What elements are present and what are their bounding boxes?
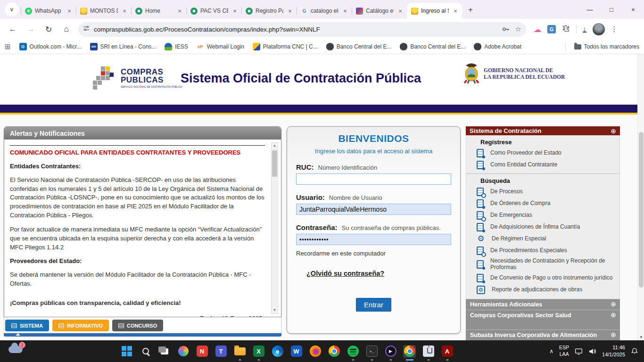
expand-icon[interactable]: ⊕	[611, 127, 616, 135]
tab-close-icon[interactable]: ×	[231, 7, 239, 15]
translate-extension-icon[interactable]: G	[547, 25, 556, 33]
ruc-input[interactable]	[296, 173, 451, 185]
sidebar-header-sistema-contratacion[interactable]: Sistema de Contratación ⊕	[466, 126, 620, 135]
profile-avatar[interactable]	[593, 23, 605, 35]
alerts-scrollbar[interactable]: ▲ ▼	[271, 142, 278, 314]
tab-whatsapp[interactable]: ✆ WhatsApp ×	[21, 3, 76, 19]
extensions-puzzle-icon[interactable]	[562, 25, 570, 34]
task-view-button[interactable]	[158, 345, 171, 358]
back-button[interactable]: ←	[5, 22, 20, 37]
sidebar-item-reporte-obras[interactable]: ⚙Reporte de adjudicaciones de obras	[466, 284, 619, 296]
contrasena-input[interactable]	[296, 234, 451, 245]
accordion-herramientas[interactable]: Herramientas Adicionales⊕	[466, 299, 620, 310]
word-app[interactable]: W	[290, 345, 303, 358]
minimize-button[interactable]: —	[579, 0, 601, 19]
notification-bell-icon[interactable]	[631, 347, 638, 355]
display-cast-icon[interactable]	[575, 347, 583, 355]
tab-catalogo-google[interactable]: G catalogo ele ×	[297, 3, 352, 19]
teams-app[interactable]: T	[215, 345, 227, 358]
language-indicator[interactable]: ESP LAA	[559, 345, 569, 357]
bookmark-outlook[interactable]: OOutlook.com - Micr...	[19, 43, 82, 50]
start-button[interactable]	[120, 345, 133, 358]
sidebar-item-ordenes[interactable]: De Órdenes de Compra	[466, 197, 619, 209]
tab-close-icon[interactable]: ×	[286, 7, 294, 15]
edge-app[interactable]: e	[271, 345, 284, 358]
new-tab-button[interactable]: +	[464, 3, 477, 16]
tune-icon[interactable]	[83, 25, 90, 33]
bookmark-cnc[interactable]: Plataforma CNC | C...	[253, 43, 318, 50]
search-button[interactable]	[139, 345, 152, 358]
page-scrollbar-thumb[interactable]	[639, 132, 644, 288]
page-scrollbar[interactable]: ▼	[637, 54, 644, 340]
file-explorer-app[interactable]	[233, 345, 246, 358]
sidebar-item-regimen-especial[interactable]: ⚙De Régimen Especial	[466, 233, 619, 245]
acrobat-app[interactable]: A	[441, 345, 454, 358]
reload-button[interactable]: ↻	[41, 22, 56, 37]
sidebar-item-proveedor[interactable]: Como Proveedor del Estado	[466, 147, 619, 159]
weather-extension-icon[interactable]: ☁	[534, 25, 541, 34]
remember-me-text[interactable]: Recordarme en este computador	[296, 250, 451, 257]
expand-icon[interactable]: ⊕	[611, 300, 616, 309]
spotify-app[interactable]	[347, 345, 359, 358]
bookmark-bce-2[interactable]: Banco Central del E...	[400, 43, 465, 50]
tab-home[interactable]: Home ×	[131, 3, 186, 19]
home-button[interactable]: ⌂	[59, 22, 74, 37]
scroll-down-icon[interactable]: ▼	[272, 307, 278, 313]
tray-expand-icon[interactable]: ∧	[549, 348, 553, 354]
tab-close-icon[interactable]: ×	[396, 7, 404, 15]
sidebar-item-entidad[interactable]: Como Entidad Contratante	[466, 159, 619, 171]
chrome-app[interactable]	[328, 345, 340, 358]
sidebar-item-infima-cuantia[interactable]: De Adquisiciones de Ínfima Cuantía	[466, 221, 619, 233]
expand-icon[interactable]: ⊕	[611, 311, 616, 320]
bookmark-acrobat[interactable]: Adobe Acrobat	[474, 43, 521, 50]
tab-sistema[interactable]: SISTEMA	[5, 320, 49, 331]
bookmark-webmail[interactable]: cPWebmail Login	[197, 43, 244, 50]
bookmark-sri[interactable]: SRISRI en Línea - Cons...	[90, 43, 157, 50]
nitro-pdf-app[interactable]: N	[196, 345, 208, 358]
entrar-button[interactable]: Entrar	[356, 298, 391, 312]
tab-ingreso-active[interactable]: Ingreso al Si ×	[407, 3, 462, 19]
scrollbar-thumb[interactable]	[272, 150, 277, 177]
tab-concurso[interactable]: CONCURSO	[112, 320, 163, 331]
tab-registro[interactable]: Registro Pag ×	[241, 3, 297, 19]
tab-informativo[interactable]: INFORMATIVO	[52, 320, 109, 331]
address-bar[interactable]: compraspublicas.gob.ec/ProcesoContrataci…	[78, 22, 526, 37]
forgot-password-link[interactable]: ¿Olvidó su contraseña?	[306, 270, 384, 277]
bookmark-bce-1[interactable]: Banco Central del E...	[326, 43, 392, 50]
terminal-app[interactable]: >_	[365, 345, 378, 358]
accordion-compras-salud[interactable]: Compras Corporativas Sector Salud⊕	[466, 310, 620, 329]
page-scroll-down-icon[interactable]: ▼	[638, 335, 644, 339]
tab-montos[interactable]: MONTOS DE ×	[76, 3, 131, 19]
clock[interactable]: 11:46 14/1/2025	[602, 344, 625, 358]
sidebar-item-convenio[interactable]: De Convenio de Pago u otro instrumento j…	[466, 272, 619, 284]
tab-close-icon[interactable]: ×	[341, 7, 349, 15]
chrome-active-app[interactable]	[403, 345, 416, 358]
bookmark-iess[interactable]: IESS	[165, 43, 188, 50]
maximize-button[interactable]: □	[601, 0, 622, 19]
sidebar-item-procedimientos[interactable]: De Procedimientos Especiales	[466, 245, 619, 256]
tab-catalogo[interactable]: Catálogo ele ×	[352, 3, 407, 19]
sidebar-item-emergencias[interactable]: De Emergencias	[466, 209, 619, 221]
expand-icon[interactable]: ⊕	[611, 331, 616, 340]
firefox-app[interactable]	[309, 345, 322, 358]
java-app[interactable]	[422, 345, 435, 358]
sidebar-item-procesos[interactable]: De Procesos	[466, 186, 619, 197]
tab-close-icon[interactable]: ×	[66, 7, 73, 15]
close-window-button[interactable]: ×	[622, 0, 644, 19]
weather-widget[interactable]: 2	[8, 346, 23, 353]
scroll-up-icon[interactable]: ▲	[272, 143, 278, 149]
tab-search-button[interactable]: ∨	[5, 2, 19, 16]
apps-grid-icon[interactable]: ⊞	[5, 42, 11, 51]
accordion-subasta-alimentacion[interactable]: Subasta Inversa Corporativa de Alimentac…	[466, 329, 620, 340]
browser-menu-icon[interactable]: ⋮	[611, 25, 618, 33]
all-bookmarks-button[interactable]: Todos los marcadores	[574, 43, 639, 50]
media-player-app[interactable]: ▶	[384, 345, 397, 358]
excel-app[interactable]: X	[252, 345, 265, 358]
tab-close-icon[interactable]: ×	[452, 7, 459, 15]
usuario-input[interactable]	[296, 204, 451, 215]
copilot-button[interactable]	[177, 345, 190, 358]
url-text[interactable]: compraspublicas.gob.ec/ProcesoContrataci…	[94, 26, 496, 33]
bookmark-star-icon[interactable]: ☆	[515, 25, 521, 33]
tab-close-icon[interactable]: ×	[176, 7, 183, 15]
tab-pac-vs-cedu[interactable]: PAC VS CEDU ×	[186, 3, 241, 19]
